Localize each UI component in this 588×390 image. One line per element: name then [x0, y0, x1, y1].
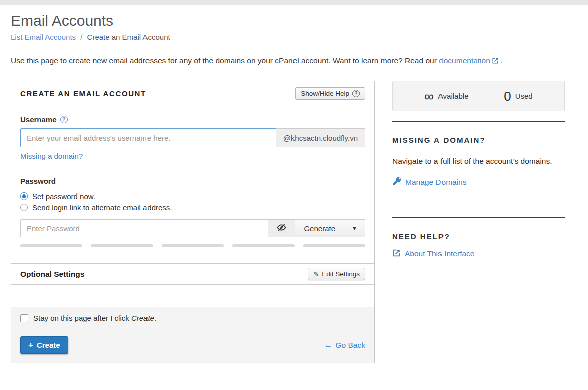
strength-bar	[91, 244, 153, 247]
strength-bar	[232, 244, 295, 247]
intro-after: .	[499, 56, 503, 65]
intro-text: Use this page to create new email addres…	[11, 56, 577, 66]
available-stat: ∞ Available	[424, 90, 468, 103]
plus-icon: +	[28, 341, 33, 349]
stay-on-page-checkbox[interactable]	[20, 314, 28, 322]
edit-settings-label: Edit Settings	[322, 270, 360, 278]
card-header: CREATE AN EMAIL ACCOUNT Show/Hide Help ?	[11, 81, 374, 106]
password-strength-bars	[20, 244, 365, 247]
sidebar: ∞ Available 0 Used MISSING A DOMAIN? Nav…	[392, 81, 565, 259]
breadcrumb-separator: /	[80, 33, 82, 41]
breadcrumb-current: Create an Email Account	[87, 33, 170, 41]
used-stat: 0 Used	[504, 90, 533, 103]
missing-domain-text: Navigate to a full list of the account’s…	[392, 154, 565, 169]
go-back-label: Go Back	[336, 341, 365, 350]
card-footer: Stay on this page after I click Create. …	[11, 307, 374, 363]
radio-send-login-label: Send login link to alternate email addre…	[32, 203, 172, 212]
password-input-group: Generate ▼	[20, 219, 365, 237]
content-columns: CREATE AN EMAIL ACCOUNT Show/Hide Help ?…	[11, 81, 577, 363]
generate-password-button[interactable]: Generate	[295, 219, 344, 237]
password-label-row: Password	[20, 177, 365, 185]
top-toolbar-edge	[0, 0, 588, 5]
wrench-icon	[392, 177, 401, 188]
external-link-icon	[392, 249, 401, 259]
card-title: CREATE AN EMAIL ACCOUNT	[20, 89, 146, 98]
infinity-icon: ∞	[424, 90, 434, 103]
used-value: 0	[504, 90, 511, 103]
caret-down-icon: ▼	[352, 225, 357, 231]
need-help-heading: NEED HELP?	[392, 232, 565, 241]
username-input[interactable]	[20, 128, 276, 147]
domain-suffix: @khcsactn.cloudfly.vn	[276, 128, 365, 147]
manage-domains-link[interactable]: Manage Domains	[392, 177, 466, 188]
actions-row: + Create ← Go Back	[11, 329, 374, 363]
page: Email Accounts List Email Accounts / Cre…	[0, 12, 588, 363]
edit-settings-button[interactable]: ✎ Edit Settings	[308, 268, 365, 280]
create-button-label: Create	[37, 341, 60, 349]
used-label: Used	[515, 92, 533, 100]
radio-selected-icon[interactable]	[20, 192, 28, 200]
available-label: Available	[438, 92, 469, 100]
pencil-icon: ✎	[313, 270, 319, 278]
radio-set-password-label: Set password now.	[32, 192, 95, 201]
radio-set-password-now[interactable]: Set password now.	[20, 192, 365, 201]
stay-on-page-option[interactable]: Stay on this page after I click Create.	[11, 307, 374, 329]
sidebar-divider-2	[392, 217, 565, 218]
sidebar-divider-1	[392, 121, 565, 122]
go-back-link[interactable]: ← Go Back	[324, 341, 365, 350]
radio-unselected-icon[interactable]	[20, 204, 28, 211]
radio-send-login-link[interactable]: Send login link to alternate email addre…	[20, 203, 365, 212]
create-email-account-card: CREATE AN EMAIL ACCOUNT Show/Hide Help ?…	[11, 81, 375, 363]
intro-before: Use this page to create new email addres…	[11, 56, 439, 65]
about-this-interface-label: About This Interface	[405, 249, 474, 258]
card-body: Username ? @khcsactn.cloudfly.vn Missing…	[11, 106, 374, 263]
optional-settings-row: Optional Settings ✎ Edit Settings	[11, 263, 374, 285]
username-input-group: @khcsactn.cloudfly.vn	[20, 128, 365, 147]
username-label: Username	[20, 115, 57, 124]
show-hide-help-label: Show/Hide Help	[301, 90, 349, 97]
stay-on-page-label: Stay on this page after I click Create.	[33, 314, 156, 322]
username-label-row: Username ?	[20, 115, 365, 124]
back-arrow-icon: ←	[324, 341, 333, 349]
breadcrumb: List Email Accounts / Create an Email Ac…	[11, 33, 577, 41]
quota-stats-card: ∞ Available 0 Used	[392, 81, 565, 111]
eye-slash-icon	[276, 223, 287, 234]
password-input[interactable]	[20, 219, 268, 237]
username-help-icon[interactable]: ?	[60, 116, 68, 123]
help-question-icon: ?	[352, 90, 360, 97]
external-link-icon	[492, 57, 499, 66]
missing-domain-link[interactable]: Missing a domain?	[20, 152, 83, 160]
optional-settings-label: Optional Settings	[20, 270, 84, 279]
optional-settings-empty-area	[11, 285, 374, 307]
missing-domain-heading: MISSING A DOMAIN?	[392, 136, 565, 144]
create-button[interactable]: + Create	[20, 336, 68, 354]
password-label: Password	[20, 177, 56, 185]
breadcrumb-list-email-accounts[interactable]: List Email Accounts	[11, 33, 76, 41]
strength-bar	[303, 244, 365, 247]
show-hide-help-button[interactable]: Show/Hide Help ?	[295, 87, 365, 100]
page-title: Email Accounts	[11, 12, 577, 29]
about-this-interface-link[interactable]: About This Interface	[392, 249, 474, 259]
manage-domains-label: Manage Domains	[405, 178, 466, 187]
strength-bar	[20, 244, 82, 247]
generate-options-dropdown-button[interactable]: ▼	[344, 219, 365, 237]
documentation-link[interactable]: documentation	[439, 56, 490, 65]
toggle-password-visibility-button[interactable]	[268, 219, 295, 237]
strength-bar	[162, 244, 224, 247]
